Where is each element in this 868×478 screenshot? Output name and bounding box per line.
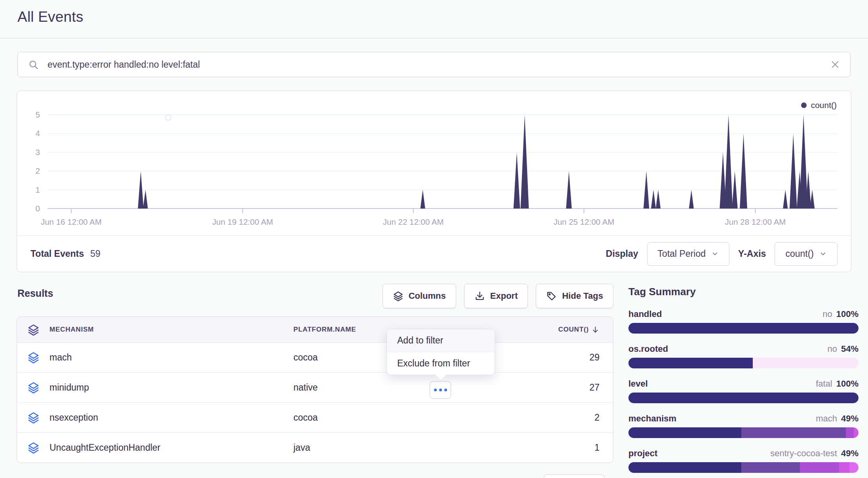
tag-distribution-bar[interactable] bbox=[628, 323, 858, 334]
cell-mechanism[interactable]: UncaughtExceptionHandler bbox=[49, 442, 293, 453]
page-title: All Events bbox=[17, 9, 84, 25]
tag-bar-segment[interactable] bbox=[628, 323, 858, 334]
tag-distribution-bar[interactable] bbox=[628, 427, 858, 438]
axis-tick-label: Jun 19 12:00 AM bbox=[212, 217, 273, 226]
table-header-row: MECHANISM PLATFORM.NAME COUNT() bbox=[17, 317, 613, 343]
legend-dot-icon bbox=[801, 102, 807, 108]
axis-tick-label: Jun 28 12:00 AM bbox=[725, 217, 786, 226]
table-row[interactable]: nsexceptioncocoa2 bbox=[17, 403, 613, 433]
page-header: All Events bbox=[0, 0, 868, 38]
tag-bar-segment[interactable] bbox=[753, 358, 858, 368]
chart-spike[interactable] bbox=[656, 190, 661, 209]
tag-summary-title: Tag Summary bbox=[628, 286, 858, 298]
cell-count[interactable]: 29 bbox=[589, 352, 613, 363]
cell-platform[interactable]: java bbox=[293, 442, 515, 453]
axis-tick-label: 3 bbox=[36, 148, 40, 157]
tag-entry-project: projectsentry-cocoa-test49% bbox=[628, 448, 858, 473]
axis-tick-label: 5 bbox=[36, 110, 40, 119]
stack-icon bbox=[27, 351, 40, 364]
more-options-button[interactable] bbox=[430, 381, 451, 399]
tag-entry-handled: handledno100% bbox=[628, 309, 858, 334]
chart-legend[interactable]: count() bbox=[801, 101, 837, 110]
axis-tick-label: Jun 16 12:00 AM bbox=[41, 217, 102, 226]
column-header-mechanism[interactable]: MECHANISM bbox=[49, 326, 293, 334]
tag-bar-segment[interactable] bbox=[854, 427, 858, 438]
tag-bar-segment[interactable] bbox=[628, 393, 858, 403]
table-row[interactable]: UncaughtExceptionHandlerjava1 bbox=[17, 433, 613, 463]
magnifier-icon bbox=[28, 59, 39, 70]
button-label: Hide Tags bbox=[562, 291, 603, 301]
cell-count[interactable]: 27 bbox=[589, 382, 613, 393]
cell-count[interactable]: 2 bbox=[594, 412, 613, 423]
columns-button[interactable]: Columns bbox=[383, 284, 456, 308]
events-chart[interactable]: 543210Jun 16 12:00 AMJun 19 12:00 AMJun … bbox=[17, 91, 851, 236]
tag-icon bbox=[546, 291, 557, 302]
pagination-partial[interactable] bbox=[544, 474, 605, 478]
clear-search-icon[interactable] bbox=[830, 60, 840, 69]
stack-icon bbox=[27, 381, 40, 394]
tag-top-value: mach bbox=[816, 414, 837, 424]
hide-tags-button[interactable]: Hide Tags bbox=[536, 284, 613, 308]
tag-percentage: 100% bbox=[836, 379, 858, 389]
tag-bar-segment[interactable] bbox=[800, 462, 839, 473]
columns-stack-icon bbox=[393, 291, 404, 302]
column-header-count[interactable]: COUNT() bbox=[558, 326, 613, 334]
chart-spike[interactable] bbox=[799, 115, 808, 209]
chart-spike[interactable] bbox=[783, 190, 788, 209]
table-row[interactable]: machcocoa29 bbox=[17, 343, 613, 373]
tag-percentage: 100% bbox=[836, 309, 858, 319]
tag-top-value: no bbox=[822, 309, 832, 319]
tag-top-value: sentry-cocoa-test bbox=[770, 448, 837, 459]
tag-key: project bbox=[628, 448, 657, 459]
legend-label: count() bbox=[811, 101, 837, 110]
chart-marker-bubble bbox=[166, 115, 171, 120]
chart-spike[interactable] bbox=[689, 190, 694, 209]
yaxis-select[interactable]: count() bbox=[775, 242, 838, 266]
cell-context-menu: Add to filterExclude from filter bbox=[386, 329, 495, 375]
tag-distribution-bar[interactable] bbox=[628, 393, 858, 403]
tag-bar-segment[interactable] bbox=[849, 462, 858, 473]
button-label: Export bbox=[490, 291, 518, 301]
tag-bar-segment[interactable] bbox=[628, 462, 741, 473]
cell-mechanism[interactable]: mach bbox=[49, 352, 293, 363]
tag-key: level bbox=[628, 379, 648, 389]
search-bar[interactable]: event.type:error handled:no level:fatal bbox=[17, 52, 851, 77]
total-events-label: Total Events bbox=[30, 248, 84, 259]
tag-distribution-bar[interactable] bbox=[628, 358, 858, 368]
chart-spike[interactable] bbox=[520, 115, 529, 209]
tag-bar-segment[interactable] bbox=[839, 462, 849, 473]
stack-icon bbox=[27, 442, 40, 454]
cell-mechanism[interactable]: minidump bbox=[49, 382, 293, 393]
tag-bar-segment[interactable] bbox=[741, 462, 800, 473]
chart-spike[interactable] bbox=[724, 115, 733, 209]
tag-bar-segment[interactable] bbox=[628, 427, 741, 438]
tag-summary-panel: Tag Summary handledno100%os.rootedno54%l… bbox=[628, 286, 858, 478]
cell-platform[interactable]: cocoa bbox=[293, 412, 515, 423]
chart-spike[interactable] bbox=[810, 190, 815, 209]
table-row[interactable]: minidumpnative27 bbox=[17, 373, 613, 403]
stack-icon[interactable] bbox=[27, 324, 40, 336]
tag-distribution-bar[interactable] bbox=[628, 462, 858, 473]
search-input[interactable]: event.type:error handled:no level:fatal bbox=[48, 59, 200, 70]
column-header-count-label: COUNT() bbox=[558, 326, 589, 334]
count-over-time-chart[interactable]: 543210Jun 16 12:00 AMJun 19 12:00 AMJun … bbox=[17, 91, 851, 236]
tag-bar-segment[interactable] bbox=[741, 427, 846, 438]
chart-spike[interactable] bbox=[514, 152, 520, 209]
cell-platform[interactable]: native bbox=[293, 382, 515, 393]
chart-spike[interactable] bbox=[651, 190, 656, 209]
button-label: Columns bbox=[409, 291, 446, 301]
cell-mechanism[interactable]: nsexception bbox=[49, 412, 293, 423]
chart-spike[interactable] bbox=[143, 190, 148, 209]
ellipsis-dot bbox=[439, 389, 442, 391]
chart-spike[interactable] bbox=[421, 190, 425, 209]
axis-tick-label: 4 bbox=[36, 129, 40, 138]
display-label: Display bbox=[606, 248, 638, 259]
tag-entry-mechanism: mechanismmach49% bbox=[628, 414, 858, 438]
export-button[interactable]: Export bbox=[464, 284, 528, 308]
tag-bar-segment[interactable] bbox=[846, 427, 854, 438]
menu-item-add-to-filter[interactable]: Add to filter bbox=[387, 329, 495, 352]
cell-count[interactable]: 1 bbox=[594, 442, 613, 453]
display-select[interactable]: Total Period bbox=[647, 242, 729, 266]
tag-key: mechanism bbox=[628, 414, 676, 424]
tag-bar-segment[interactable] bbox=[628, 358, 753, 368]
